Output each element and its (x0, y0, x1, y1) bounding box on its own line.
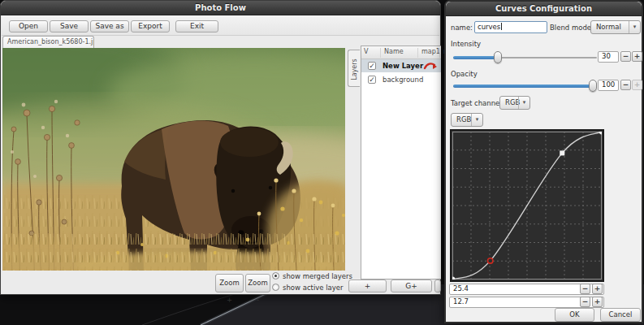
layer-name: background (383, 73, 423, 86)
curve-editor[interactable] (450, 129, 604, 282)
intensity-slider[interactable] (453, 51, 597, 63)
photo-flow-window: Photo Flow Open Save Save as Export Exit… (0, 0, 441, 295)
layers-header: V Name map1 m (361, 46, 441, 59)
target-channel-select[interactable]: RGB ▾ (499, 96, 530, 110)
point-x-minus-button[interactable]: − (580, 284, 590, 294)
radio-show-merged[interactable] (272, 272, 279, 280)
chevron-down-icon: ▾ (518, 97, 529, 109)
col-map1: map1 (417, 48, 440, 58)
slider-handle[interactable] (494, 51, 502, 63)
slider-fill (453, 84, 597, 88)
name-input-value: curves (478, 23, 500, 31)
layer-visible-checkbox[interactable]: ✓ (368, 62, 376, 70)
zoom-in-button[interactable]: Zoom + (215, 274, 244, 292)
chevron-down-icon: ▾ (629, 21, 640, 33)
col-visible: V (361, 48, 368, 58)
point-x-plus-button[interactable]: + (592, 284, 603, 294)
channel-selector[interactable]: RGB ▾ (451, 113, 483, 127)
chevron-down-icon: ▾ (471, 114, 482, 126)
intensity-label: Intensity (451, 40, 481, 48)
name-label: name: (451, 24, 473, 32)
channel-selector-value: RGB (456, 114, 471, 126)
cancel-button[interactable]: Cancel (600, 308, 641, 322)
radio-active-label: show active layer (283, 284, 344, 292)
col-name: Name (380, 48, 404, 58)
desktop: Photo Flow Open Save Save as Export Exit… (0, 0, 644, 325)
intensity-value-field[interactable]: 30 (598, 51, 619, 63)
add-group-button[interactable]: G+ (391, 280, 432, 292)
radio-show-active[interactable] (272, 284, 279, 291)
ok-button[interactable]: OK (555, 308, 594, 322)
layer-row-new-layer[interactable]: ✓ New Layer (361, 59, 441, 72)
bison-photo (2, 48, 345, 271)
zoom-out-button[interactable]: Zoom - (245, 274, 270, 292)
slider-fill (453, 56, 496, 59)
save-button[interactable]: Save (50, 20, 89, 32)
layers-tab-label: Layers (351, 52, 358, 88)
slider-handle[interactable] (589, 80, 597, 92)
opacity-minus-button[interactable]: − (620, 80, 631, 90)
text-caret (501, 23, 502, 30)
opacity-label: Opacity (451, 70, 478, 78)
layer-name: New Layer (383, 59, 423, 72)
intensity-minus-button[interactable]: − (620, 51, 631, 62)
dialog-titlebar[interactable]: Curves Configuration (446, 2, 642, 16)
name-input[interactable]: curves (474, 21, 547, 33)
point-y-plus-button[interactable]: + (592, 297, 603, 307)
opacity-slider[interactable] (453, 80, 597, 92)
layers-side-tab[interactable]: Layers (348, 50, 360, 87)
point-y-minus-button[interactable]: − (580, 297, 590, 307)
panel-button-partial[interactable] (434, 280, 441, 292)
main-titlebar[interactable]: Photo Flow (1, 1, 440, 15)
blend-mode-label: Blend mode: (550, 24, 594, 32)
document-tab[interactable]: American_bison_k5680-1.jpg (2, 36, 94, 48)
target-channel-label: Target channel: (451, 99, 504, 107)
curves-dialog: Curves Configuration name: curves Blend … (444, 0, 643, 323)
layers-panel: V Name map1 m ✓ New Layer ✓ background (361, 46, 441, 280)
radio-merged-label: show merged layers (283, 272, 352, 280)
opacity-plus-button[interactable]: + (632, 80, 642, 90)
blend-mode-value: Normal (596, 21, 621, 33)
exit-button[interactable]: Exit (175, 20, 218, 32)
image-canvas[interactable] (2, 48, 345, 271)
opacity-value-field[interactable]: 100 (598, 80, 619, 91)
export-button[interactable]: Export (131, 20, 170, 32)
curve-plot[interactable] (452, 132, 602, 280)
main-toolbar: Open Save Save as Export Exit (2, 15, 439, 36)
blend-mode-select[interactable]: Normal ▾ (590, 20, 641, 34)
save-as-button[interactable]: Save as (90, 20, 129, 32)
dialog-title: Curves Configuration (495, 4, 592, 13)
layer-visible-checkbox[interactable]: ✓ (368, 76, 376, 84)
intensity-plus-button[interactable]: + (632, 51, 642, 62)
open-button[interactable]: Open (9, 20, 48, 32)
layer-row-background[interactable]: ✓ background (361, 73, 441, 86)
main-window-title: Photo Flow (195, 3, 246, 12)
add-layer-button[interactable]: + (348, 280, 387, 292)
red-curve-icon (423, 61, 438, 71)
